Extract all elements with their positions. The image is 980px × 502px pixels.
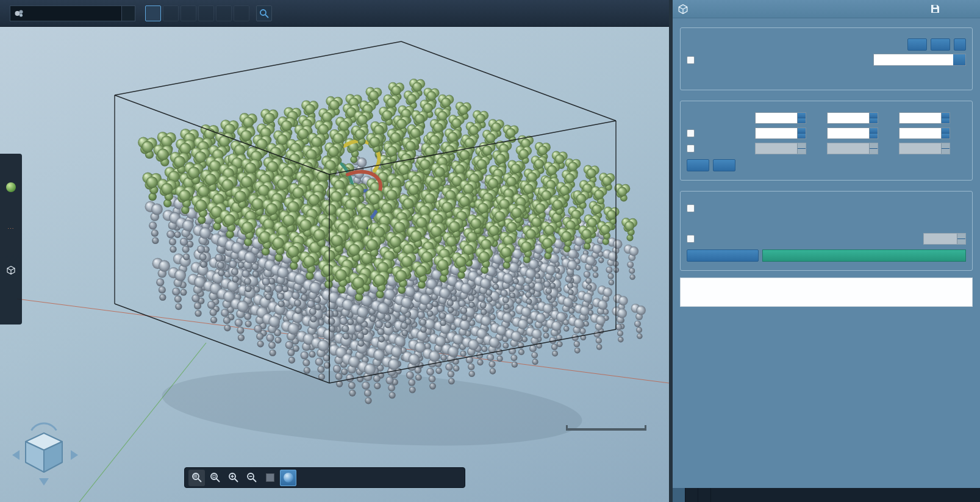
clash-detection-checkbox[interactable] <box>687 204 695 212</box>
zoom-in-button[interactable] <box>225 470 241 486</box>
viewport-layout-button[interactable] <box>371 470 388 486</box>
dropdown-arrow-icon <box>953 54 965 65</box>
select-molecule-button[interactable] <box>931 38 950 51</box>
angstrom-scale-button[interactable] <box>317 470 333 486</box>
max-capacity-row <box>687 217 966 229</box>
expand-selection-button[interactable] <box>198 5 214 21</box>
size-y-spinbox[interactable] <box>827 112 878 124</box>
cube-icon <box>6 265 16 275</box>
spin-up-icon[interactable] <box>798 128 806 134</box>
center-checkbox[interactable] <box>687 129 695 137</box>
zoom-region-button[interactable] <box>188 470 205 486</box>
zoom-region-icon <box>191 472 202 483</box>
background-toggle-button[interactable] <box>262 470 278 486</box>
spin-up-icon[interactable] <box>798 113 806 118</box>
spin-up-icon[interactable] <box>942 128 950 134</box>
select-parent-button[interactable] <box>181 5 196 21</box>
help-button[interactable] <box>946 3 958 15</box>
output-message-box <box>680 278 973 307</box>
spin-down-icon[interactable] <box>798 118 806 123</box>
align-row <box>687 54 966 66</box>
margin-z-spinbox <box>899 143 950 154</box>
box-tool-button[interactable] <box>2 260 20 280</box>
size-z-spinbox[interactable] <box>899 112 950 124</box>
sphere-render-icon <box>284 473 293 482</box>
save-icon <box>931 4 940 13</box>
camera-view-button[interactable] <box>353 470 370 486</box>
hbond-tool-button[interactable]: ··· <box>2 219 20 238</box>
group-select-button[interactable] <box>145 5 161 21</box>
display-list-button[interactable] <box>390 470 406 486</box>
selection-filter-dropdown[interactable] <box>10 5 135 21</box>
center-y-spinbox[interactable] <box>827 127 878 139</box>
margin-checkbox[interactable] <box>687 145 695 152</box>
deselect-button[interactable] <box>163 5 179 21</box>
generate-row <box>687 249 966 262</box>
align-checkbox[interactable] <box>687 56 695 64</box>
set-molecule-section <box>680 27 973 90</box>
selection-tools-group <box>145 5 272 21</box>
set-molecule-button[interactable] <box>907 38 927 51</box>
zoom-out-button[interactable] <box>243 470 260 486</box>
fragment-tool-button[interactable] <box>2 177 20 197</box>
molecule-row <box>687 38 966 51</box>
generate-button[interactable] <box>687 249 759 262</box>
spin-down-icon[interactable] <box>942 134 950 138</box>
spin-down-icon <box>798 149 806 154</box>
size-x-spinbox[interactable] <box>755 112 806 124</box>
center-x-spinbox[interactable] <box>755 127 806 139</box>
atoms-tool-button[interactable] <box>2 240 20 259</box>
zoom-selection-button[interactable] <box>207 470 223 486</box>
helix-tool-button[interactable] <box>2 281 20 301</box>
show-box-button[interactable] <box>687 159 709 171</box>
grid-plane-button[interactable] <box>298 470 315 486</box>
margin-y-spinbox <box>827 143 878 154</box>
export-tool-button[interactable] <box>2 302 20 321</box>
dropdown-arrow-icon <box>121 6 135 21</box>
spin-down-icon[interactable] <box>798 134 806 138</box>
viewport-area: ··· <box>0 0 669 502</box>
grow-selection-button[interactable] <box>234 5 249 21</box>
spin-up-icon <box>870 143 878 149</box>
viewport-3d[interactable]: ··· <box>0 27 669 502</box>
spin-up-icon[interactable] <box>870 113 878 118</box>
select-similar-button[interactable] <box>216 5 232 21</box>
clear-molecule-button[interactable] <box>954 38 966 51</box>
render-sphere-button[interactable] <box>280 470 296 486</box>
spin-up-icon <box>798 143 806 149</box>
zoom-out-icon <box>246 472 257 483</box>
spin-up-icon[interactable] <box>870 128 878 134</box>
gromacs-tool-button[interactable] <box>2 198 20 218</box>
tab-assets-home[interactable] <box>685 488 698 502</box>
visibility-button[interactable] <box>408 470 424 486</box>
spin-down-icon[interactable] <box>942 118 950 123</box>
play-button[interactable] <box>445 470 461 486</box>
tab-insert-molecules-in-box[interactable] <box>673 488 685 502</box>
zoom-in-icon <box>228 472 239 483</box>
render-preset-button[interactable] <box>335 470 351 486</box>
generate-progress-bar <box>762 249 966 262</box>
fullscreen-button[interactable] <box>426 470 443 486</box>
background-square-icon <box>266 473 274 482</box>
application-window: ··· <box>0 0 980 502</box>
insert-molecules-panel <box>673 0 980 502</box>
panel-tab-bar <box>673 488 980 502</box>
margin-row <box>687 142 966 154</box>
align-axis-dropdown[interactable] <box>873 54 966 66</box>
save-button[interactable] <box>929 3 941 15</box>
molecular-scene-canvas[interactable] <box>0 27 669 502</box>
edit-tool-button[interactable] <box>2 157 20 176</box>
close-button[interactable] <box>963 3 975 15</box>
spin-down-icon[interactable] <box>870 118 878 123</box>
spin-down-icon[interactable] <box>870 134 878 138</box>
max-generate-checkbox[interactable] <box>687 235 695 243</box>
spin-up-icon[interactable] <box>942 113 950 118</box>
hide-box-button[interactable] <box>713 159 735 171</box>
tab-inspector[interactable] <box>698 488 711 502</box>
center-z-spinbox[interactable] <box>899 127 950 139</box>
bottom-toolbar <box>184 467 465 488</box>
search-button[interactable] <box>256 5 272 21</box>
margin-x-spinbox <box>755 143 806 154</box>
panel-header <box>673 0 980 18</box>
spin-up-icon <box>957 234 965 239</box>
